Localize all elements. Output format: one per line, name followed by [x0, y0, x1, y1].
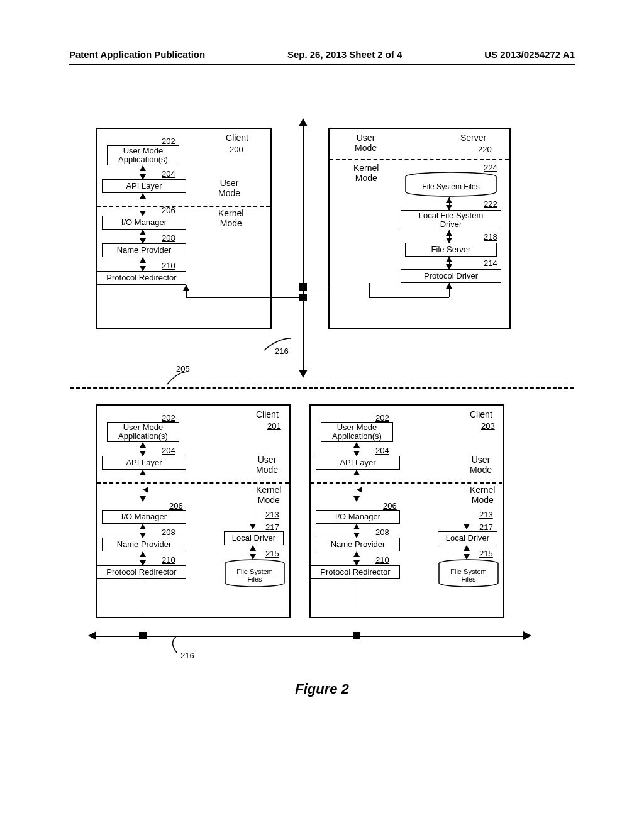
kernel-mode-a: Kernel Mode: [218, 208, 243, 228]
client-label: Client: [218, 133, 256, 143]
big-separator: [70, 387, 574, 389]
ref-210-a: 210: [162, 261, 175, 270]
ref-206-a: 206: [162, 206, 175, 215]
protocol-redirector-a: Protocol Redirector: [97, 271, 186, 285]
svg-text:File System Files: File System Files: [422, 182, 479, 191]
ref-215-c: 215: [479, 549, 493, 558]
file-system-files-cyl: File System Files: [404, 172, 498, 198]
user-mode-srv: User Mode: [355, 133, 377, 153]
local-fs-driver: Local File System Driver: [401, 210, 501, 230]
svg-text:Files: Files: [247, 575, 262, 583]
ref-204-a: 204: [162, 169, 175, 179]
ref-208-c: 208: [375, 528, 389, 537]
api-layer-c: API Layer: [316, 456, 400, 470]
ref-202-c: 202: [375, 413, 389, 423]
ref-206-b: 206: [169, 501, 183, 511]
protocol-redirector-b: Protocol Redirector: [97, 565, 186, 579]
protocol-redirector-c: Protocol Redirector: [311, 565, 400, 579]
svg-text:File System: File System: [450, 568, 486, 575]
ref-215-b: 215: [265, 549, 279, 558]
ref-218: 218: [484, 232, 497, 241]
ref-206-c: 206: [383, 501, 397, 511]
file-server: File Server: [405, 243, 497, 257]
ref-222: 222: [484, 199, 497, 209]
user-mode-apps-b: User Mode Application(s): [107, 422, 179, 442]
server-label: Server: [460, 133, 486, 143]
user-mode-b: User Mode: [256, 455, 278, 475]
ref-217-b: 217: [265, 523, 279, 532]
user-mode-apps-c: User Mode Application(s): [321, 422, 393, 442]
ref-202-a: 202: [162, 136, 175, 146]
header-center: Sep. 26, 2013 Sheet 2 of 4: [287, 49, 402, 60]
header-right: US 2013/0254272 A1: [484, 49, 575, 60]
svg-text:File System: File System: [236, 568, 272, 575]
api-layer-b: API Layer: [102, 456, 186, 470]
ref-213-c: 213: [479, 510, 493, 519]
user-mode-a: User Mode: [218, 178, 240, 198]
page-header: Patent Application Publication Sep. 26, …: [0, 0, 644, 64]
ref-208-a: 208: [162, 233, 175, 243]
ref-204-b: 204: [162, 446, 175, 455]
ref-210-b: 210: [162, 555, 175, 565]
ref-213-b: 213: [265, 510, 279, 519]
name-provider-c: Name Provider: [316, 538, 400, 551]
user-mode-c: User Mode: [470, 455, 492, 475]
ref-217-c: 217: [479, 523, 493, 532]
horizontal-bus: [94, 636, 525, 637]
kernel-mode-srv: Kernel Mode: [353, 163, 379, 183]
client-label-201: Client: [256, 409, 279, 419]
protocol-driver: Protocol Driver: [401, 269, 501, 283]
ref-208-b: 208: [162, 528, 175, 537]
client-label-203: Client: [470, 409, 492, 419]
ref-201: 201: [267, 421, 281, 431]
fs-files-c: File System Files: [437, 559, 500, 589]
name-provider-a: Name Provider: [102, 243, 186, 257]
name-provider-b: Name Provider: [102, 538, 186, 551]
ref-202-b: 202: [162, 413, 175, 423]
ref-200: 200: [230, 145, 243, 154]
user-mode-apps-a: User Mode Application(s): [107, 145, 179, 165]
local-driver-c: Local Driver: [438, 531, 497, 545]
ref-210-c: 210: [375, 555, 389, 565]
header-left: Patent Application Publication: [69, 49, 205, 60]
header-rule: [69, 64, 575, 65]
local-driver-b: Local Driver: [224, 531, 284, 545]
svg-text:Files: Files: [461, 575, 476, 583]
io-manager-a: I/O Manager: [102, 216, 186, 230]
kernel-mode-c: Kernel Mode: [470, 485, 495, 505]
vertical-bus: [303, 121, 304, 373]
ref-203: 203: [481, 421, 495, 431]
ref-204-c: 204: [375, 446, 389, 455]
kernel-mode-b: Kernel Mode: [256, 485, 281, 505]
io-manager-c: I/O Manager: [316, 510, 400, 524]
figure-caption: Figure 2: [70, 681, 574, 697]
ref-224: 224: [484, 163, 497, 172]
ref-214: 214: [484, 258, 497, 268]
figure: Client 200 202 User Mode Application(s) …: [70, 115, 574, 782]
ref-220: 220: [478, 145, 492, 154]
io-manager-b: I/O Manager: [102, 510, 186, 524]
fs-files-b: File System Files: [223, 559, 286, 589]
api-layer-a: API Layer: [102, 179, 186, 193]
